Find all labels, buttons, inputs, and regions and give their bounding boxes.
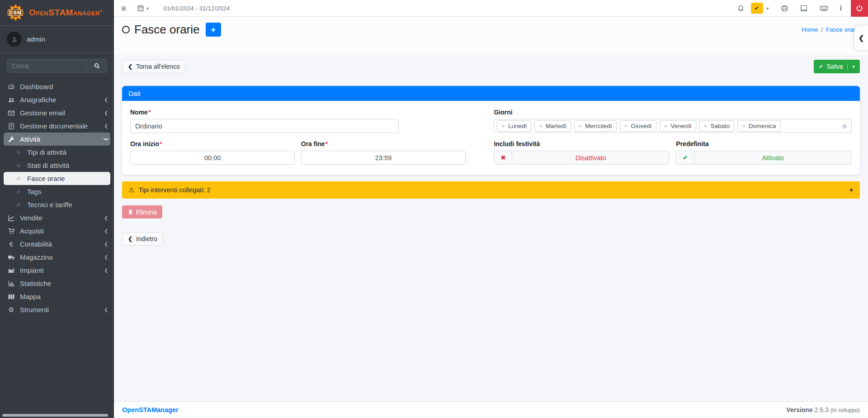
predefinita-toggle[interactable]: ✔ Attivato xyxy=(676,151,852,165)
dati-card-body: Nome* Giorni ×Lunedì ×Martedì ×Mercoledì… xyxy=(122,101,860,175)
includi-festivita-toggle[interactable]: ✖ Disattivato xyxy=(494,151,670,165)
sidebar-item-contabilita[interactable]: € Contabilità ❮ xyxy=(0,238,114,251)
remove-tag-icon[interactable]: × xyxy=(624,123,628,129)
brand[interactable]: ⚙ OSM OpenSTAManager® xyxy=(0,0,114,26)
sidebar-item-stati-di-attivita[interactable]: ○ Stati di attività xyxy=(0,159,114,172)
ora-fine-field: Ora fine* xyxy=(301,140,466,165)
notifications-bell-button[interactable] xyxy=(737,5,745,12)
sidebar-item-label: Magazzino xyxy=(20,253,53,261)
day-tag[interactable]: ×Giovedì xyxy=(620,120,656,132)
sidebar-item-strumenti[interactable]: ⚙ Strumenti ❮ xyxy=(0,303,114,316)
sidebar-item-anagrafiche[interactable]: Anagrafiche ❮ xyxy=(0,93,114,106)
date-range[interactable]: 01/01/2024 - 31/12/2024 xyxy=(163,5,230,12)
sidebar-item-fasce-orarie[interactable]: ○ Fasce orarie xyxy=(4,172,110,185)
save-button[interactable]: ✔ Salva ▾ xyxy=(814,60,860,73)
delete-button[interactable]: Elimina xyxy=(122,205,162,218)
label-text: Ora inizio xyxy=(130,140,159,147)
logout-power-button[interactable] xyxy=(851,0,868,17)
remove-tag-icon[interactable]: × xyxy=(664,123,668,129)
day-tag[interactable]: ×Lunedì xyxy=(497,120,531,132)
sidebar-item-tags[interactable]: ○ Tags xyxy=(0,185,114,198)
trash-icon xyxy=(127,209,133,215)
day-tag-label: Venerdì xyxy=(670,123,692,129)
day-tag[interactable]: ×Mercoledì xyxy=(574,120,617,132)
dati-card: Dati Nome* Giorni ×Lunedì xyxy=(122,86,860,175)
breadcrumb-separator: / xyxy=(821,26,823,33)
sidebar-item-attivita[interactable]: Attività ❮ xyxy=(4,133,110,146)
ora-fine-input[interactable] xyxy=(301,151,466,165)
caret-down-icon[interactable]: ▾ xyxy=(767,6,769,11)
expand-plus-icon[interactable]: + xyxy=(849,185,854,195)
day-tag-label: Lunedì xyxy=(508,123,527,129)
right-panel-toggle[interactable]: ❮ xyxy=(854,26,868,50)
shortcuts-button[interactable] xyxy=(820,4,828,13)
check-icon: ✔ xyxy=(676,151,694,164)
day-tag[interactable]: ×Venerdì xyxy=(660,120,696,132)
sidebar-item-gestione-documentale[interactable]: Gestione documentale ❮ xyxy=(0,119,114,133)
sidebar: ⚙ OSM OpenSTAManager® admin Dashboard An… xyxy=(0,0,114,418)
chevron-left-icon: ❮ xyxy=(859,34,864,42)
hamburger-menu-icon[interactable]: ≡ xyxy=(121,4,126,13)
check-icon: ✔ xyxy=(819,63,823,70)
chevron-left-icon: ❮ xyxy=(128,63,132,70)
sidebar-item-magazzino[interactable]: Magazzino ❮ xyxy=(0,251,114,264)
day-tag[interactable]: ×Domenica xyxy=(737,120,780,132)
warning-icon: ⚠ xyxy=(128,186,134,194)
industry-icon xyxy=(6,267,16,274)
footer-brand-link[interactable]: OpenSTAManager xyxy=(122,406,179,413)
period-picker-button[interactable]: ▾ xyxy=(137,5,149,12)
search-button[interactable] xyxy=(87,59,107,72)
remove-tag-icon[interactable]: × xyxy=(539,123,542,129)
search-input[interactable] xyxy=(7,59,87,72)
brand-name: OpenSTAManager® xyxy=(29,8,103,18)
user-name: admin xyxy=(27,35,45,43)
print-button[interactable] xyxy=(781,5,788,12)
nome-input[interactable] xyxy=(130,119,399,133)
user-panel[interactable]: admin xyxy=(0,26,114,53)
x-icon: ✖ xyxy=(494,151,512,164)
sidebar-item-dashboard[interactable]: Dashboard xyxy=(0,80,114,93)
includi-festivita-label: Includi festività xyxy=(494,140,670,147)
back-to-list-button[interactable]: ❮ Torna all'elenco xyxy=(122,60,186,73)
ora-inizio-input[interactable] xyxy=(130,151,295,165)
warning-text: Tipi interventi collegati: 2 xyxy=(138,186,210,194)
sidebar-item-label: Gestione documentale xyxy=(20,122,88,130)
circle-icon xyxy=(122,26,130,33)
sidebar-item-gestione-email[interactable]: Gestione email ❮ xyxy=(0,106,114,119)
back-label: Indietro xyxy=(136,235,157,242)
breadcrumb-home-link[interactable]: Home xyxy=(802,26,818,33)
sidebar-item-tecnici-e-tariffe[interactable]: ○ Tecnici e tariffe xyxy=(0,198,114,211)
circle-icon: ○ xyxy=(14,188,24,195)
caret-down-icon[interactable]: ▾ xyxy=(852,64,855,70)
day-tag[interactable]: ×Martedì xyxy=(534,120,571,132)
sidebar-item-tipi-di-attivita[interactable]: ○ Tipi di attività xyxy=(0,146,114,159)
sidebar-item-impianti[interactable]: Impianti ❮ xyxy=(0,264,114,277)
day-tag[interactable]: ×Sabato xyxy=(699,120,734,132)
docs-button[interactable] xyxy=(800,5,808,12)
remove-tag-icon[interactable]: × xyxy=(742,123,745,129)
giorni-field: Giorni ×Lunedì ×Martedì ×Mercoledì ×Giov… xyxy=(494,109,852,133)
todo-check-button[interactable]: ✔ xyxy=(751,3,763,14)
chevron-left-icon: ❮ xyxy=(104,215,108,220)
remove-tag-icon[interactable]: × xyxy=(579,123,582,129)
user-avatar xyxy=(7,32,22,47)
remove-tag-icon[interactable]: × xyxy=(501,123,505,129)
main-area: ≡ ▾ 01/01/2024 - 31/12/2024 ✔ ▾ xyxy=(114,0,868,418)
ora-inizio-field: Ora inizio* xyxy=(130,140,295,165)
sidebar-item-vendite[interactable]: Vendite ❮ xyxy=(0,211,114,224)
topbar: ≡ ▾ 01/01/2024 - 31/12/2024 ✔ ▾ xyxy=(114,0,868,17)
clear-all-icon[interactable]: ⊗ xyxy=(842,123,847,130)
sidebar-item-acquisti[interactable]: Acquisti ❮ xyxy=(0,224,114,238)
sidebar-horizontal-scrollbar[interactable] xyxy=(2,414,108,417)
remove-tag-icon[interactable]: × xyxy=(704,123,708,129)
calendar-icon xyxy=(137,5,144,12)
giorni-multiselect[interactable]: ×Lunedì ×Martedì ×Mercoledì ×Giovedì ×Ve… xyxy=(494,119,852,133)
sidebar-item-mappa[interactable]: Mappa xyxy=(0,290,114,303)
linked-intervention-types-bar[interactable]: ⚠ Tipi interventi collegati: 2 + xyxy=(122,181,860,199)
circle-icon: ○ xyxy=(14,149,24,156)
day-tag-label: Giovedì xyxy=(631,123,652,129)
back-button[interactable]: ❮ Indietro xyxy=(122,232,163,246)
add-record-button[interactable]: + xyxy=(206,23,221,37)
info-button[interactable]: i xyxy=(840,5,842,12)
sidebar-item-statistiche[interactable]: Statistiche xyxy=(0,277,114,290)
